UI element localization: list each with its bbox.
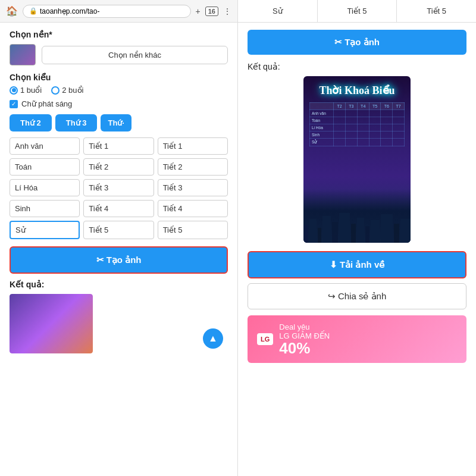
radio-dot-1[interactable]	[10, 86, 18, 95]
svg-rect-7	[357, 218, 364, 243]
ket-qua-label-right: Kết quả:	[248, 62, 466, 71]
ad-text-deal: Deal yêu	[279, 322, 330, 331]
table-row: Li Hóa	[310, 124, 405, 131]
bg-preview[interactable]	[10, 44, 36, 65]
row-label-anh-van: Anh văn	[310, 109, 334, 117]
tab-count[interactable]: 16	[205, 7, 218, 16]
row-label-toan: Toán	[310, 117, 334, 124]
home-icon[interactable]: 🏠	[6, 5, 18, 17]
tkb-header-t2: T2	[334, 102, 346, 109]
browser-actions: + 16 ⋮	[196, 7, 231, 16]
tab-thu-2[interactable]: Thứ 2	[10, 114, 52, 131]
result-section-left: ▲	[10, 294, 228, 353]
radio-group: 1 buổi 2 buổi	[10, 86, 228, 95]
svg-rect-0	[303, 225, 308, 243]
city-silhouette-svg	[303, 201, 411, 243]
svg-rect-12	[400, 219, 411, 243]
tkb-header-t5: T5	[369, 102, 381, 109]
top-tab-tiet5-1[interactable]: Tiết 5	[318, 0, 397, 22]
checkbox-label: Chữ phát sáng	[21, 99, 72, 108]
tkb-header-t4: T4	[357, 102, 369, 109]
background-selector: Chọn nền khác	[10, 44, 228, 65]
result-preview-left	[10, 294, 93, 353]
input-tiet1-col2[interactable]	[83, 137, 154, 155]
input-tiet3-col2[interactable]	[83, 179, 154, 196]
left-content: Chọn nền* Chọn nền khác Chọn kiểu 1 buổi…	[0, 23, 237, 476]
input-su[interactable]	[10, 221, 80, 239]
preview-image-left	[10, 294, 93, 353]
row-label-sinh: Sinh	[310, 131, 334, 138]
tab-thu-3[interactable]: Thứ 3	[55, 114, 98, 131]
input-tiet2-col3[interactable]	[158, 158, 228, 176]
tkb-title: Thời Khoá Biểu	[319, 84, 394, 98]
top-tab-su[interactable]: Sử	[238, 0, 318, 22]
input-li-hoa[interactable]	[10, 179, 80, 196]
thoikhoabieu-image: Thời Khoá Biểu T2 T3 T4 T5 T6 T7	[303, 76, 411, 243]
chon-nen-button[interactable]: Chọn nền khác	[42, 46, 228, 64]
table-row: Toán	[310, 117, 405, 124]
chon-kieu-label: Chọn kiểu	[10, 73, 228, 82]
tkb-header-t7: T7	[393, 102, 405, 109]
tao-anh-button-left[interactable]: ✂ Tạo ảnh	[10, 246, 228, 274]
url-bar[interactable]: 🔒 taoanhẹp.com/tao-	[23, 5, 191, 18]
tai-anh-button[interactable]: ⬇ Tải ảnh về	[248, 251, 466, 278]
tkb-header-t3: T3	[346, 102, 358, 109]
chon-nen-label: Chọn nền*	[10, 30, 228, 39]
tao-anh-button-right[interactable]: ✂ Tạo ảnh	[248, 30, 466, 55]
svg-rect-5	[339, 213, 350, 243]
input-anh-van[interactable]	[10, 137, 80, 155]
ad-logo: LG	[257, 333, 273, 345]
top-tabs: Sử Tiết 5 Tiết 5	[238, 0, 476, 23]
input-tiet3-col3[interactable]	[158, 179, 228, 196]
chia-se-button[interactable]: ↪ Chia sẻ ảnh	[248, 283, 466, 309]
svg-rect-3	[322, 216, 331, 243]
ket-qua-label-left: Kết quả:	[10, 280, 228, 289]
input-tiet1-col3[interactable]	[158, 137, 228, 155]
scroll-up-button-left[interactable]: ▲	[203, 328, 223, 349]
svg-rect-11	[394, 224, 399, 243]
tkb-header-empty	[310, 102, 334, 109]
svg-rect-1	[309, 219, 317, 243]
input-tiet4-col2[interactable]	[83, 200, 154, 217]
browser-bar: 🏠 🔒 taoanhẹp.com/tao- + 16 ⋮	[0, 0, 237, 23]
input-tiet5-col2[interactable]	[83, 221, 154, 239]
tkb-table: T2 T3 T4 T5 T6 T7 Anh văn	[309, 102, 405, 146]
radio-2-label: 2 buổi	[62, 86, 83, 95]
schedule-grid	[10, 137, 228, 239]
top-tab-tiet5-2[interactable]: Tiết 5	[397, 0, 476, 22]
ad-content: Deal yêu LG GIẢM ĐẾN 40%	[279, 322, 330, 356]
right-panel: Sử Tiết 5 Tiết 5 ✂ Tạo ảnh Kết quả: Thời…	[238, 0, 476, 476]
input-tiet4-col3[interactable]	[158, 200, 228, 217]
right-content: ✂ Tạo ảnh Kết quả: Thời Khoá Biểu T2 T3 …	[238, 23, 476, 476]
lock-icon: 🔒	[29, 7, 37, 15]
radio-1-label: 1 buổi	[20, 86, 42, 95]
svg-rect-2	[318, 228, 321, 243]
tkb-header-t6: T6	[381, 102, 393, 109]
ad-percent: 40%	[279, 340, 330, 356]
table-row: Anh văn	[310, 109, 405, 117]
svg-rect-6	[351, 224, 356, 243]
svg-rect-4	[332, 222, 338, 243]
table-row: Sử	[310, 138, 405, 146]
row-label-li-hoa: Li Hóa	[310, 124, 334, 131]
input-tiet5-col3[interactable]	[158, 221, 228, 239]
add-tab-icon[interactable]: +	[196, 7, 201, 16]
tab-thu-4[interactable]: Thứ·	[101, 114, 131, 131]
day-tabs: Thứ 2 Thứ 3 Thứ·	[10, 114, 228, 131]
radio-2-buoi[interactable]: 2 buổi	[51, 86, 83, 95]
radio-1-buoi[interactable]: 1 buổi	[10, 86, 42, 95]
input-sinh[interactable]	[10, 200, 80, 217]
left-panel: 🏠 🔒 taoanhẹp.com/tao- + 16 ⋮ Chọn nền* C…	[0, 0, 238, 476]
ad-banner: LG Deal yêu LG GIẢM ĐẾN 40%	[248, 315, 466, 363]
checkbox-phat-sang[interactable]: ✓	[10, 100, 18, 108]
menu-icon[interactable]: ⋮	[223, 7, 231, 16]
svg-rect-8	[365, 226, 369, 243]
svg-rect-10	[381, 214, 393, 243]
table-row: Sinh	[310, 131, 405, 138]
radio-dot-2[interactable]	[51, 86, 60, 95]
checkbox-row[interactable]: ✓ Chữ phát sáng	[10, 99, 228, 108]
url-text: taoanhẹp.com/tao-	[40, 7, 99, 15]
input-tiet2-col2[interactable]	[83, 158, 154, 176]
input-toan[interactable]	[10, 158, 80, 176]
row-label-su: Sử	[310, 138, 334, 146]
